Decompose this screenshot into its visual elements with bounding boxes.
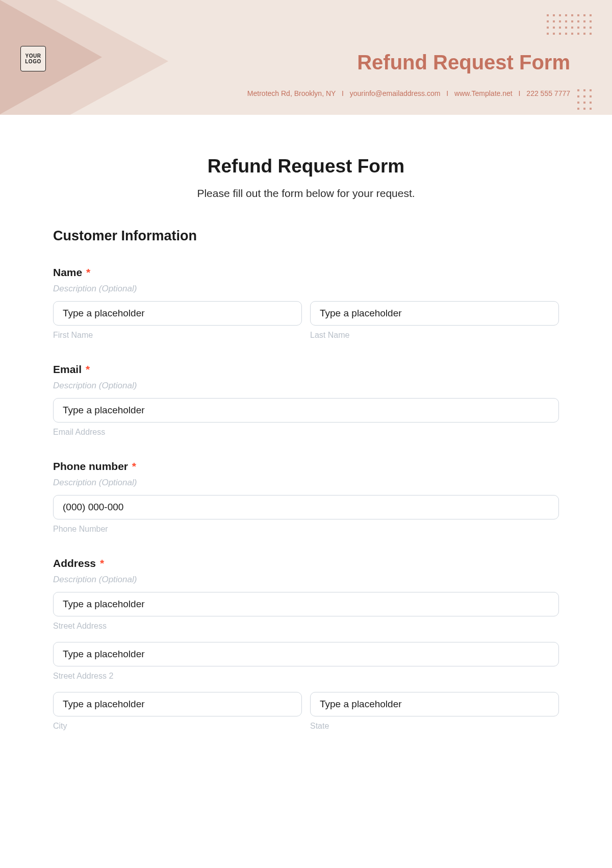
field-group-phone: Phone number * Description (Optional) Ph…: [53, 460, 559, 534]
email-label-text: Email: [53, 363, 82, 375]
address-label: Address *: [53, 557, 559, 569]
phone-label: Phone number *: [53, 460, 559, 473]
separator: I: [519, 89, 521, 97]
street-address-sublabel: Street Address: [53, 622, 559, 631]
header-banner: YOUR LOGO Refund Request Form Metrotech …: [0, 0, 612, 115]
street-address-input[interactable]: [53, 592, 559, 616]
phone-input[interactable]: [53, 495, 559, 519]
email-description: Description (Optional): [53, 381, 559, 391]
field-group-name: Name * Description (Optional) First Name…: [53, 266, 559, 340]
contact-website: www.Template.net: [454, 89, 513, 97]
name-label: Name *: [53, 266, 559, 279]
decorative-dots-top: [547, 14, 592, 35]
decorative-triangle-small: [0, 0, 102, 114]
field-group-email: Email * Description (Optional) Email Add…: [53, 363, 559, 437]
required-asterisk: *: [86, 363, 90, 375]
email-sublabel: Email Address: [53, 428, 559, 437]
required-asterisk: *: [132, 460, 136, 472]
phone-label-text: Phone number: [53, 460, 128, 472]
state-sublabel: State: [310, 722, 559, 731]
first-name-sublabel: First Name: [53, 331, 302, 340]
phone-description: Description (Optional): [53, 478, 559, 488]
separator: I: [342, 89, 344, 97]
field-group-address: Address * Description (Optional) Street …: [53, 557, 559, 731]
name-label-text: Name: [53, 266, 82, 278]
contact-address: Metrotech Rd, Brooklyn, NY: [247, 89, 336, 97]
required-asterisk: *: [100, 557, 104, 569]
header-contact: Metrotech Rd, Brooklyn, NY I yourinfo@em…: [247, 89, 570, 97]
form-content: Refund Request Form Please fill out the …: [0, 115, 612, 731]
name-description: Description (Optional): [53, 284, 559, 294]
state-input[interactable]: [310, 692, 559, 716]
separator: I: [446, 89, 448, 97]
logo-placeholder: YOUR LOGO: [20, 46, 46, 71]
form-subtitle: Please fill out the form below for your …: [53, 187, 559, 200]
section-customer-info: Customer Information: [53, 228, 559, 244]
decorative-dots-bottom: [577, 89, 592, 110]
email-input[interactable]: [53, 398, 559, 423]
address-label-text: Address: [53, 557, 96, 569]
contact-email: yourinfo@emailaddress.com: [350, 89, 441, 97]
contact-phone: 222 555 7777: [526, 89, 570, 97]
required-asterisk: *: [86, 266, 90, 278]
street-address-2-input[interactable]: [53, 642, 559, 666]
form-title: Refund Request Form: [53, 156, 559, 177]
phone-sublabel: Phone Number: [53, 525, 559, 534]
first-name-input[interactable]: [53, 301, 302, 326]
last-name-sublabel: Last Name: [310, 331, 559, 340]
email-label: Email *: [53, 363, 559, 376]
city-sublabel: City: [53, 722, 302, 731]
street-address-2-sublabel: Street Address 2: [53, 672, 559, 681]
last-name-input[interactable]: [310, 301, 559, 326]
city-input[interactable]: [53, 692, 302, 716]
header-title: Refund Request Form: [357, 51, 570, 74]
address-description: Description (Optional): [53, 575, 559, 585]
logo-text: YOUR LOGO: [21, 53, 45, 64]
